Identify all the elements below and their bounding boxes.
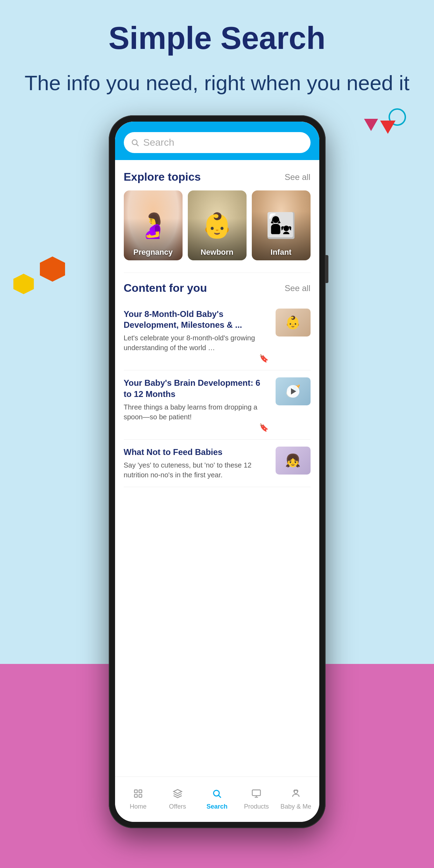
svg-marker-0 <box>40 256 65 282</box>
explore-topics-header: Explore topics See all <box>124 171 311 183</box>
deco-hex-orange <box>38 255 66 283</box>
main-title: Simple Search <box>21 21 413 56</box>
nav-item-offers[interactable]: Offers <box>158 789 197 810</box>
offers-icon <box>173 789 183 801</box>
article-thumb-3: 👧 <box>276 447 311 475</box>
topics-row: 🤰 Pregnancy 👶 Newborn 👩‍👧 Infant <box>124 190 311 260</box>
content-for-you-title: Content for you <box>124 282 207 295</box>
article-item-3[interactable]: What Not to Feed Babies Say 'yes' to cut… <box>124 440 311 487</box>
content-for-you-header: Content for you See all <box>124 282 311 295</box>
article-item-2[interactable]: Your Baby's Brain Development: 6 to 12 M… <box>124 370 311 439</box>
nav-label-home: Home <box>130 803 147 810</box>
deco-hex-yellow <box>12 273 35 295</box>
content-for-you-see-all[interactable]: See all <box>285 283 310 293</box>
nav-item-products[interactable]: Products <box>237 789 276 810</box>
search-icon <box>131 138 139 147</box>
topic-card-label-pregnancy: Pregnancy <box>124 248 183 257</box>
svg-marker-1 <box>13 274 34 294</box>
phone-outer: Search Explore topics See all 🤰 Preg <box>109 115 326 828</box>
article-title-3: What Not to Feed Babies <box>124 447 270 457</box>
content-section: Content for you See all Your 8-Month-Old… <box>124 273 311 487</box>
svg-point-2 <box>132 140 137 145</box>
search-header: Search <box>115 122 319 160</box>
nav-item-search[interactable]: Search <box>197 789 237 810</box>
svg-rect-5 <box>139 790 142 793</box>
article-desc-2: Three things a baby learns from dropping… <box>124 402 270 422</box>
explore-topics-title: Explore topics <box>124 171 201 183</box>
topic-card-label-infant: Infant <box>252 248 311 257</box>
search-nav-icon <box>212 789 222 801</box>
article-desc-3: Say 'yes' to cuteness, but 'no' to these… <box>124 460 270 480</box>
topic-card-pregnancy[interactable]: 🤰 Pregnancy <box>124 190 183 260</box>
bookmark-icon-2: 🔖 <box>259 423 269 432</box>
play-button-2[interactable] <box>287 385 299 398</box>
header-section: Simple Search The info you need, right w… <box>0 21 434 97</box>
article-text-1: Your 8-Month-Old Baby's Development, Mil… <box>124 309 270 363</box>
article-title-1: Your 8-Month-Old Baby's Development, Mil… <box>124 309 270 330</box>
content-scroll: Explore topics See all 🤰 Pregnancy 👶 New… <box>115 160 319 776</box>
sub-title: The info you need, right when you need i… <box>21 70 413 97</box>
svg-rect-4 <box>134 790 137 793</box>
deco-triangle-pink <box>364 119 378 131</box>
article-desc-1: Let's celebrate your 8-month-old's growi… <box>124 333 270 353</box>
article-thumb-2: 🍼 <box>276 377 311 405</box>
svg-line-3 <box>136 144 138 146</box>
baby-me-icon <box>291 789 301 801</box>
topic-card-label-newborn: Newborn <box>188 248 247 257</box>
nav-label-search: Search <box>206 803 227 810</box>
search-placeholder: Search <box>143 137 175 148</box>
article-title-2: Your Baby's Brain Development: 6 to 12 M… <box>124 377 270 399</box>
svg-rect-7 <box>139 794 142 797</box>
home-icon <box>133 789 143 801</box>
phone-wrapper: Search Explore topics See all 🤰 Preg <box>109 115 326 828</box>
svg-rect-10 <box>252 790 261 795</box>
nav-label-baby-me: Baby & Me <box>280 803 311 810</box>
deco-triangle-red <box>380 121 396 134</box>
bookmark-2[interactable]: 🔖 <box>124 423 270 432</box>
nav-label-offers: Offers <box>169 803 186 810</box>
play-triangle-icon <box>291 388 296 395</box>
article-item-1[interactable]: Your 8-Month-Old Baby's Development, Mil… <box>124 302 311 370</box>
article-text-3: What Not to Feed Babies Say 'yes' to cut… <box>124 447 270 480</box>
topic-card-newborn[interactable]: 👶 Newborn <box>188 190 247 260</box>
svg-rect-6 <box>134 794 137 797</box>
nav-item-baby-me[interactable]: Baby & Me <box>276 789 316 810</box>
app-content: Search Explore topics See all 🤰 Preg <box>115 122 319 776</box>
bookmark-icon-1: 🔖 <box>259 354 269 363</box>
svg-point-13 <box>294 790 297 793</box>
article-text-2: Your Baby's Brain Development: 6 to 12 M… <box>124 377 270 432</box>
svg-point-8 <box>214 790 219 796</box>
explore-topics-see-all[interactable]: See all <box>285 172 310 182</box>
phone-screen: Search Explore topics See all 🤰 Preg <box>115 122 319 822</box>
nav-item-home[interactable]: Home <box>119 789 158 810</box>
nav-label-products: Products <box>244 803 269 810</box>
products-icon <box>251 789 261 801</box>
svg-line-9 <box>219 795 221 797</box>
topic-card-infant[interactable]: 👩‍👧 Infant <box>252 190 311 260</box>
search-bar[interactable]: Search <box>124 132 311 153</box>
phone-side-button <box>326 255 328 283</box>
article-thumb-1: 👶 <box>276 309 311 337</box>
bottom-nav: Home Offers <box>115 776 319 822</box>
bookmark-1[interactable]: 🔖 <box>124 354 270 363</box>
